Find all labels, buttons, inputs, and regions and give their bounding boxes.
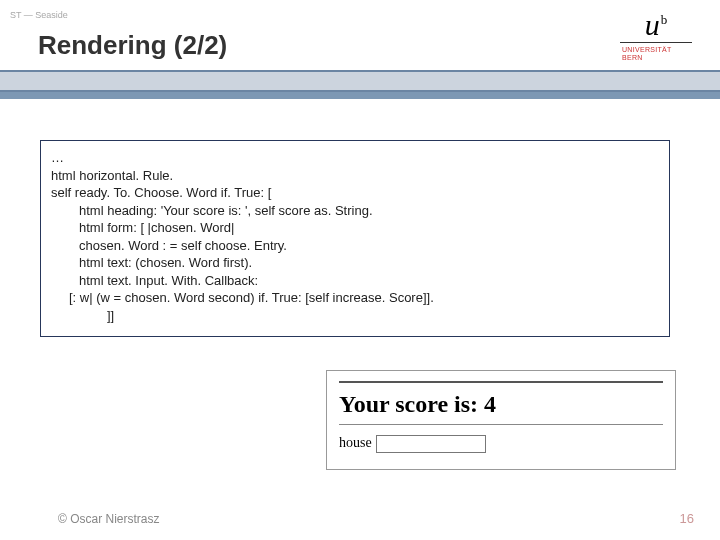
- logo-divider: [620, 42, 692, 43]
- university-logo: ub UNIVERSITÄT BERN: [618, 8, 694, 65]
- logo-letter: u: [645, 8, 660, 41]
- code-line: html heading: 'Your score is: ', self sc…: [51, 202, 659, 220]
- preview-rule-mid: [339, 424, 663, 425]
- title-band-shade: [0, 92, 720, 99]
- code-line: [: w| (w = chosen. Word second) if. True…: [51, 289, 659, 307]
- code-line: self ready. To. Choose. Word if. True: [: [51, 185, 271, 200]
- code-line: …: [51, 150, 64, 165]
- preview-pane: Your score is: 4 house: [326, 370, 676, 470]
- code-line: html horizontal. Rule.: [51, 168, 173, 183]
- title-band: [0, 70, 720, 92]
- code-line: ]]: [51, 307, 659, 325]
- code-block: … html horizontal. Rule. self ready. To.…: [40, 140, 670, 337]
- logo-text-2: BERN: [620, 54, 692, 62]
- page-number: 16: [680, 511, 694, 526]
- score-heading: Your score is: 4: [339, 391, 663, 418]
- code-line: chosen. Word : = self choose. Entry.: [51, 237, 659, 255]
- answer-input[interactable]: [376, 435, 486, 453]
- page-title: Rendering (2/2): [38, 30, 227, 61]
- footer-credit: © Oscar Nierstrasz: [58, 512, 160, 526]
- code-line: html text: (chosen. Word first).: [51, 254, 659, 272]
- word-label: house: [339, 435, 372, 450]
- logo-mark: ub: [620, 10, 692, 40]
- breadcrumb: ST — Seaside: [10, 10, 68, 20]
- code-line: html form: [ |chosen. Word|: [51, 219, 659, 237]
- logo-text-1: UNIVERSITÄT: [620, 46, 692, 54]
- word-row: house: [339, 435, 663, 453]
- logo-super: b: [661, 12, 668, 27]
- code-line: html text. Input. With. Callback:: [51, 272, 659, 290]
- preview-rule-top: [339, 381, 663, 383]
